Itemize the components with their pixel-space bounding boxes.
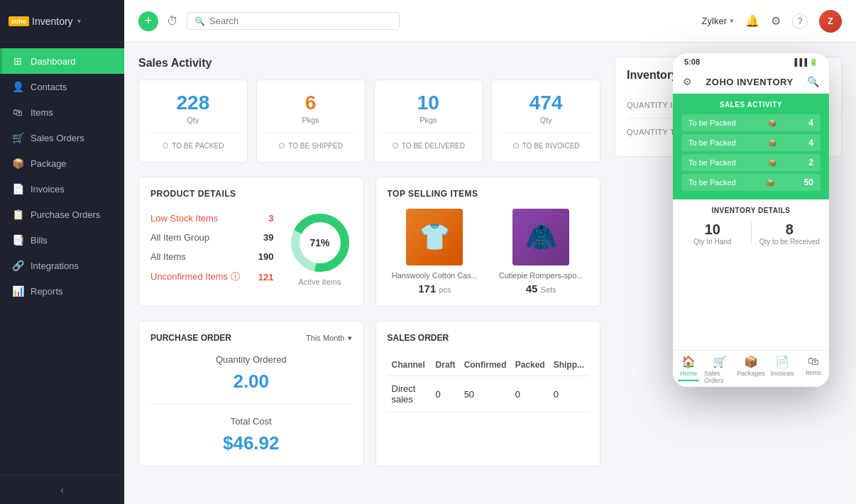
mobile-activity-row-1[interactable]: To be Packed 📦 4 (681, 114, 821, 131)
mobile-overlay: 5:08 ▐▐▐ 🔋 ⚙ ZOHO INVENTORY 🔍 SALES ACTI… (673, 53, 829, 387)
search-input[interactable] (209, 16, 392, 26)
po-header: PURCHASE ORDER This Month ▾ (150, 333, 352, 343)
sidebar-item-items[interactable]: 🛍 Items (0, 99, 124, 125)
sidebar-nav: ⊞ Dashboard 👤 Contacts 🛍 Items 🛒 Sales O… (0, 43, 124, 475)
product-row-low-stock[interactable]: Low Stock Items 3 (150, 209, 274, 228)
history-button[interactable]: ⏱ (167, 15, 178, 28)
mobile-nav-inv-label: Invoices (770, 370, 794, 377)
sales-order-card: SALES ORDER Channel Draft Confirmed Pack… (375, 321, 601, 466)
activity-card-delivered[interactable]: 10 Pkgs ⊙ TO BE DELIVERED (374, 80, 483, 163)
activity-card-packed[interactable]: 228 Qty ⊙ TO BE PACKED (138, 80, 248, 163)
item-group-label: All Item Group (150, 232, 209, 243)
mobile-qty-hand-value: 10 (681, 221, 744, 238)
zoho-logo-text: zoho (9, 16, 29, 26)
mobile-content: SALES ACTIVITY To be Packed 📦 4 To be Pa… (673, 94, 829, 350)
mobile-qty-receive: 8 Qty to be Received (759, 221, 821, 246)
sales-activity-cards: 228 Qty ⊙ TO BE PACKED 6 Pkgs ⊙ TO BE SH… (138, 80, 600, 163)
item-group-value: 39 (263, 232, 273, 243)
selling-item-1-name: Hanswooly Cotton Cas... (388, 271, 483, 280)
user-chevron: ▾ (730, 16, 734, 26)
product-row-item-group[interactable]: All Item Group 39 (150, 228, 274, 247)
product-row-all-items[interactable]: All Items 190 (150, 247, 274, 266)
sidebar-item-invoices[interactable]: 📄 Invoices (0, 176, 124, 202)
sidebar-item-label: Reports (31, 286, 63, 297)
selling-item-1[interactable]: 👕 Hanswooly Cotton Cas... 171 pcs (388, 209, 483, 295)
mobile-nav-pkg-label: Packages (737, 370, 765, 377)
mobile-nav-sales-orders[interactable]: 🛒 Sales Orders (704, 355, 735, 384)
delivered-unit: Pkgs (383, 116, 474, 124)
mobile-bottom-nav: 🏠 Home 🛒 Sales Orders 📦 Packages 📄 Invoi… (673, 350, 829, 387)
user-info[interactable]: Zylker ▾ (702, 16, 734, 26)
user-avatar[interactable]: Z (819, 10, 842, 33)
collapse-icon[interactable]: ‹ (60, 484, 64, 495)
so-row[interactable]: Direct sales 0 50 0 0 (388, 376, 589, 412)
mobile-inv-title: INVENTORY DETAILS (681, 207, 821, 214)
mobile-qty-hand-label: Qty In Hand (681, 238, 744, 246)
search-bar[interactable]: 🔍 (187, 12, 400, 30)
product-details-title: PRODUCT DETAILS (150, 189, 352, 199)
so-confirmed: 50 (460, 376, 511, 412)
mobile-activity-row-3[interactable]: To be Packed 📦 2 (681, 154, 821, 171)
mobile-spacer (673, 253, 829, 350)
top-selling-title: TOP SELLING ITEMS (388, 189, 589, 199)
invoices-icon: 📄 (12, 183, 23, 195)
activity-card-shipped[interactable]: 6 Pkgs ⊙ TO BE SHIPPED (256, 80, 366, 163)
so-header: SALES ORDER (388, 333, 589, 343)
mobile-nav-home[interactable]: 🏠 Home (673, 355, 704, 384)
mobile-qty-receive-value: 8 (759, 221, 821, 238)
sidebar-item-label: Integrations (31, 261, 79, 271)
purchase-orders-icon: 📋 (12, 209, 23, 220)
mobile-search-icon[interactable]: 🔍 (807, 76, 819, 87)
notification-icon[interactable]: 🔔 (745, 14, 759, 28)
mobile-activity-icon-1: 📦 (768, 119, 777, 127)
all-items-value: 190 (258, 251, 274, 262)
topbar: + ⏱ 🔍 Zylker ▾ 🔔 ⚙ ? Z (124, 0, 856, 43)
delivered-footer-icon: ⊙ (392, 141, 399, 150)
mobile-items-icon: 🛍 (808, 355, 819, 368)
help-icon[interactable]: ? (792, 13, 808, 29)
mobile-nav-items[interactable]: 🛍 Items (798, 355, 829, 384)
mobile-nav-invoices[interactable]: 📄 Invoices (767, 355, 798, 384)
mobile-gear-icon[interactable]: ⚙ (683, 76, 692, 87)
app-title-chevron[interactable]: ▾ (77, 17, 81, 25)
mobile-app-header: ⚙ ZOHO INVENTORY 🔍 (673, 70, 829, 94)
mobile-activity-value-2: 4 (808, 138, 813, 148)
product-rows: Low Stock Items 3 All Item Group 39 All … (150, 209, 274, 287)
sidebar-item-dashboard[interactable]: ⊞ Dashboard (0, 48, 124, 74)
mobile-sales-title: SALES ACTIVITY (681, 101, 821, 109)
mobile-nav-home-label: Home (680, 370, 697, 377)
mobile-activity-row-4[interactable]: To be Packed 📦 50 (681, 174, 821, 191)
sidebar-item-sales-orders[interactable]: 🛒 Sales Orders (0, 125, 124, 150)
sidebar-item-contacts[interactable]: 👤 Contacts (0, 74, 124, 99)
settings-icon[interactable]: ⚙ (771, 14, 781, 28)
mobile-sales-activity: SALES ACTIVITY To be Packed 📦 4 To be Pa… (673, 94, 829, 199)
product-row-unconfirmed[interactable]: Unconfirmed Items ⓘ 121 (150, 266, 274, 287)
po-filter[interactable]: This Month ▾ (306, 334, 351, 343)
sidebar-collapse[interactable]: ‹ (0, 475, 124, 504)
mobile-activity-value-1: 4 (808, 118, 813, 128)
packed-unit: Qty (148, 116, 238, 124)
sidebar-item-purchase-orders[interactable]: 📋 Purchase Orders (0, 202, 124, 227)
sidebar-item-bills[interactable]: 📑 Bills (0, 227, 124, 253)
so-col-shipped: Shipp... (549, 354, 588, 376)
selling-item-1-qty: 171 pcs (388, 283, 483, 295)
sidebar-item-label: Contacts (31, 82, 67, 92)
add-button[interactable]: + (138, 11, 158, 31)
so-table: Channel Draft Confirmed Packed Shipp... … (388, 354, 589, 412)
selling-item-2[interactable]: 🧥 Cutiepie Rompers-spo... 45 Sets (493, 209, 588, 295)
sidebar-item-integrations[interactable]: 🔗 Integrations (0, 253, 124, 278)
shipped-qty: 6 (265, 92, 356, 114)
activity-card-invoiced[interactable]: 474 Qty ⊙ TO BE INVOICED (491, 80, 600, 163)
selling-item-1-image: 👕 (406, 209, 463, 265)
mobile-nav-packages[interactable]: 📦 Packages (735, 355, 767, 384)
mobile-activity-value-3: 2 (808, 158, 813, 168)
sidebar-item-package[interactable]: 📦 Package (0, 150, 124, 176)
shipped-footer-icon: ⊙ (278, 141, 285, 150)
mobile-activity-row-2[interactable]: To be Packed 📦 4 (681, 134, 821, 151)
mobile-time: 5:08 (684, 57, 700, 66)
top-selling-items: 👕 Hanswooly Cotton Cas... 171 pcs 🧥 (388, 209, 589, 295)
mobile-signal: ▐▐▐ 🔋 (792, 58, 818, 66)
donut-chart: 71% (288, 211, 352, 275)
packed-footer-icon: ⊙ (162, 141, 169, 150)
sidebar-item-reports[interactable]: 📊 Reports (0, 278, 124, 304)
